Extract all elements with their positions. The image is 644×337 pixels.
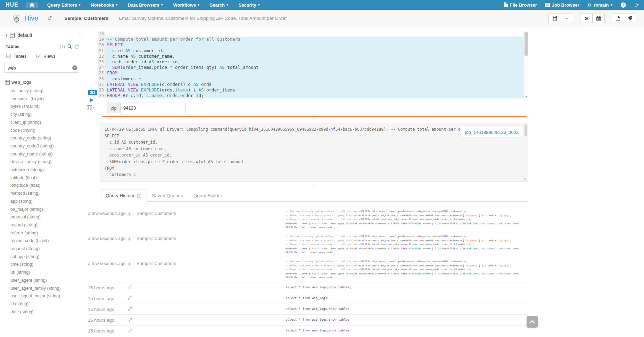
column-item[interactable]: user_agent_family (string) xyxy=(10,284,83,292)
table-search-input[interactable] xyxy=(4,63,79,73)
checkbox-icon[interactable]: ✓ xyxy=(36,54,41,58)
back-chevron-icon[interactable]: ‹ xyxy=(6,32,7,38)
editor-line[interactable]: 23 ords.order_id AS order_id, xyxy=(98,59,528,65)
column-item[interactable]: user_agent_major (string) xyxy=(10,292,83,300)
hue-logo[interactable]: HUE xyxy=(6,2,18,8)
nav-menu-data-browsers[interactable]: Data Browsers▾ xyxy=(123,0,168,10)
variable-value-input[interactable] xyxy=(120,103,185,113)
refresh-button[interactable] xyxy=(74,44,79,49)
history-row[interactable]: 15 hours agoselect * from web_logs;show … xyxy=(87,304,528,315)
history-row[interactable]: a few seconds ago✈Sample: Customers-- Ge… xyxy=(87,207,528,232)
history-row[interactable]: 15 hours agoselect * from web_logs;show … xyxy=(87,282,528,293)
home-button[interactable] xyxy=(26,2,38,8)
column-item[interactable]: app (string) xyxy=(10,198,83,206)
history-row[interactable]: 15 hours agoselect * from web_logs;show … xyxy=(87,326,528,336)
checkbox-icon[interactable]: ✓ xyxy=(6,54,11,58)
column-item[interactable]: client_ip (string) xyxy=(10,119,83,127)
editor-resize-handle[interactable]: ⋯ xyxy=(98,117,527,121)
new-document-button[interactable] xyxy=(612,14,624,23)
column-item[interactable]: country_code3 (string) xyxy=(10,142,83,150)
schedule-button[interactable] xyxy=(592,14,605,23)
save-button[interactable] xyxy=(548,14,561,23)
column-item[interactable]: url (string) xyxy=(10,268,83,276)
run-query-button[interactable]: ▶ xyxy=(90,97,94,103)
hive-app-link[interactable]: Hive xyxy=(13,14,38,23)
column-item[interactable]: record (string) xyxy=(10,221,83,229)
column-item[interactable]: date (string) xyxy=(10,308,83,316)
log-resize-handle[interactable]: ⋯ xyxy=(98,184,527,187)
column-item[interactable]: longitude (float) xyxy=(10,182,83,190)
editor-line[interactable]: 18 xyxy=(98,31,528,37)
editor-line[interactable]: 24 SUM(order_items.price * order_items.q… xyxy=(98,65,528,70)
scroll-to-top-button[interactable] xyxy=(527,316,538,328)
user-menu[interactable]: ⚙ romain ▾ xyxy=(587,2,612,8)
column-item[interactable]: country_code (string) xyxy=(10,134,83,142)
sidebar-collapse-icon[interactable]: ‹ xyxy=(79,31,81,37)
column-item[interactable]: id (string) xyxy=(10,300,83,308)
column-item[interactable]: user_agent (string) xyxy=(10,276,83,284)
editor-line[interactable]: 20SELECT xyxy=(98,42,528,48)
history-row[interactable]: a few seconds ago✈Sample: Customers-- Ge… xyxy=(87,257,528,282)
clear-search-icon[interactable]: × xyxy=(72,65,77,70)
database-name[interactable]: default xyxy=(17,32,32,38)
query-history-icon[interactable]: ↺ xyxy=(47,15,52,22)
column-item[interactable]: extension (string) xyxy=(10,166,83,174)
column-item[interactable]: subapp (string) xyxy=(10,253,83,261)
column-item[interactable]: request (string) xyxy=(10,245,83,253)
logout-button[interactable] xyxy=(634,2,639,7)
nav-menu-query-editors[interactable]: Query Editors▾ xyxy=(42,0,86,10)
nav-menu-notebooks[interactable]: Notebooks▾ xyxy=(85,0,123,10)
editor-scrollbar[interactable]: ▼ xyxy=(523,31,528,99)
query-description[interactable]: Email Survey Opt-Ins, Customers for Ship… xyxy=(119,16,287,21)
column-item[interactable]: bytes (smallint) xyxy=(10,103,83,111)
search-toggle[interactable] xyxy=(67,44,72,49)
column-item[interactable]: region_code (bigint) xyxy=(10,237,83,245)
log-scrollbar-thumb[interactable] xyxy=(525,125,527,136)
column-item[interactable]: time (string) xyxy=(10,260,83,268)
history-row[interactable]: 15 hours agoselect * from web_logs;show … xyxy=(87,315,528,326)
editor-line[interactable]: 21 c.id AS customer_id, xyxy=(98,48,528,54)
column-item[interactable]: city (string) xyxy=(10,111,83,119)
editor-line[interactable]: 28LATERAL VIEW EXPLODE(ords.items) i AS … xyxy=(98,87,528,93)
filter-tables[interactable]: ✓Tables xyxy=(6,54,27,59)
nav-menu-workflows[interactable]: Workflows▾ xyxy=(168,0,205,10)
tab-saved-queries[interactable]: Saved Queries xyxy=(147,190,188,201)
tags-button[interactable] xyxy=(624,14,636,23)
tab-query-history[interactable]: Query History xyxy=(100,190,147,202)
column-item[interactable]: referer (string) xyxy=(10,229,83,237)
history-row[interactable]: a few seconds ago✈Sample: Customers-- Ge… xyxy=(87,232,528,257)
log-scroll-down-icon[interactable]: ▼ xyxy=(524,178,527,181)
column-item[interactable]: method (string) xyxy=(10,190,83,198)
editor-line[interactable]: 29GROUP BY c.id, c.name, ords.order_id; xyxy=(98,93,528,98)
column-item[interactable]: _version_ (bigint) xyxy=(10,95,83,103)
column-item[interactable]: code (tinyint) xyxy=(10,127,83,135)
file-browser-link[interactable]: File Browser xyxy=(504,2,537,8)
editor-line[interactable]: 25FROM xyxy=(98,70,528,76)
column-item[interactable]: latitude (float) xyxy=(10,174,83,182)
column-item[interactable]: country_name (string) xyxy=(10,150,83,158)
save-options-button[interactable]: ▾ xyxy=(561,14,573,23)
history-row[interactable]: 15 hours agoselect * from web_logs; xyxy=(87,293,528,304)
editor-line[interactable]: 26 customers c xyxy=(98,76,528,82)
nav-menu-security[interactable]: Security▾ xyxy=(233,0,265,10)
browse-locations-button[interactable]: ▾ xyxy=(87,105,94,110)
job-link[interactable]: job_1461888648136_0003 xyxy=(465,130,519,135)
editor-line[interactable]: 19-- Compute total amount per order for … xyxy=(98,37,528,42)
scrollbar-thumb[interactable] xyxy=(525,32,528,56)
editor-line[interactable]: 22 c.name AS customer_name, xyxy=(98,54,528,59)
column-item[interactable]: os_major (string) xyxy=(10,206,83,214)
tab-query-builder[interactable]: Query Builder xyxy=(188,190,228,201)
column-item[interactable]: os_family (string) xyxy=(10,87,83,95)
editor-line[interactable]: 27LATERAL VIEW EXPLODE(c.orders) o AS or… xyxy=(98,82,528,87)
column-item[interactable]: protocol (string) xyxy=(10,213,83,221)
filter-views[interactable]: ✓Views xyxy=(36,54,56,59)
help-button[interactable]: ? xyxy=(621,2,626,8)
column-item[interactable]: device_family (string) xyxy=(10,158,83,166)
job-browser-link[interactable]: Job Browser xyxy=(545,2,579,8)
query-title[interactable]: Sample: Customers xyxy=(64,16,108,21)
nav-menu-search[interactable]: Search▾ xyxy=(205,0,233,10)
table-item-web-logs[interactable]: web_logs xyxy=(5,80,83,85)
sql-editor[interactable]: 1819-- Compute total amount per order fo… xyxy=(98,31,528,99)
settings-button[interactable]: ⚙ xyxy=(580,14,593,23)
scroll-down-icon[interactable]: ▼ xyxy=(525,95,528,98)
